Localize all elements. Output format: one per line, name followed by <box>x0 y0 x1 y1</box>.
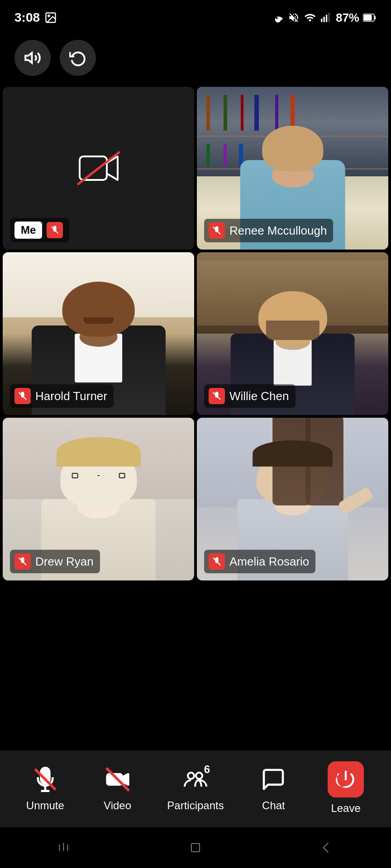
video-tile-willie: Willie Chen <box>197 252 388 415</box>
wifi-icon <box>303 12 317 24</box>
svg-marker-9 <box>25 53 32 63</box>
back-button[interactable] <box>317 839 335 857</box>
video-grid: Me <box>0 87 391 580</box>
svg-rect-8 <box>374 16 376 19</box>
android-nav-bar <box>0 827 391 868</box>
svg-rect-3 <box>323 17 324 22</box>
leave-button[interactable]: Leave <box>323 761 368 815</box>
video-tile-drew: Drew Ryan <box>3 418 194 580</box>
unmute-button[interactable]: Unmute <box>23 764 68 812</box>
speaker-button[interactable] <box>14 40 51 76</box>
key-icon <box>272 12 284 24</box>
video-button[interactable]: Video <box>95 764 140 812</box>
video-tile-renee: Renee Mccullough <box>197 87 388 250</box>
chat-button[interactable]: Chat <box>251 764 296 812</box>
svg-point-24 <box>196 773 202 779</box>
amelia-name-badge: Amelia Rosario <box>204 550 315 573</box>
chat-label: Chat <box>262 799 285 812</box>
signal-icon <box>320 12 332 24</box>
me-mute-icon <box>47 222 63 238</box>
drew-mute-icon <box>14 553 31 570</box>
status-icons: 87% <box>272 11 377 25</box>
svg-rect-28 <box>191 844 200 852</box>
me-name-badge: Me <box>10 218 69 242</box>
me-label: Me <box>14 222 42 239</box>
video-icon <box>102 764 133 795</box>
battery-text: 87% <box>336 11 359 25</box>
amelia-mute-icon <box>209 553 225 570</box>
unmute-icon <box>30 764 61 795</box>
chat-icon <box>258 764 289 795</box>
willie-name-badge: Willie Chen <box>204 384 296 408</box>
leave-label: Leave <box>331 802 360 815</box>
participants-label: Participants <box>167 799 224 812</box>
battery-icon <box>363 13 377 22</box>
leave-icon <box>328 761 364 797</box>
svg-point-23 <box>188 773 194 779</box>
participants-icon: 6 <box>180 764 211 795</box>
video-tile-harold: Harold Turner <box>3 252 194 415</box>
participants-count: 6 <box>204 763 210 776</box>
svg-rect-10 <box>80 156 107 180</box>
video-tile-amelia: Amelia Rosario <box>197 418 388 580</box>
status-time: 3:08 <box>14 10 40 25</box>
renee-name: Renee Mccullough <box>229 224 327 238</box>
svg-rect-2 <box>321 19 322 22</box>
willie-mute-icon <box>209 388 225 404</box>
gallery-icon <box>44 11 57 24</box>
harold-name: Harold Turner <box>35 389 107 403</box>
unmute-label: Unmute <box>26 799 64 812</box>
svg-point-1 <box>48 15 50 17</box>
home-button[interactable] <box>186 839 205 857</box>
recents-button[interactable] <box>56 839 74 857</box>
top-controls <box>0 32 391 84</box>
video-tile-me: Me <box>3 87 194 250</box>
willie-name: Willie Chen <box>229 389 289 403</box>
video-off-icon <box>76 150 121 186</box>
harold-name-badge: Harold Turner <box>10 384 114 408</box>
renee-name-badge: Renee Mccullough <box>204 219 333 242</box>
mute-phone-icon <box>288 12 300 24</box>
svg-rect-7 <box>364 15 372 21</box>
amelia-name: Amelia Rosario <box>229 555 309 569</box>
participants-button[interactable]: 6 Participants <box>167 764 224 812</box>
svg-rect-5 <box>328 13 329 22</box>
video-label: Video <box>104 799 131 812</box>
svg-rect-4 <box>326 15 327 22</box>
bottom-toolbar: Unmute Video 6 Participants <box>0 750 391 827</box>
renee-mute-icon <box>209 222 225 239</box>
drew-name: Drew Ryan <box>35 555 94 569</box>
rotate-button[interactable] <box>60 40 96 76</box>
harold-mute-icon <box>14 388 31 404</box>
status-bar: 3:08 87% <box>0 0 391 32</box>
drew-name-badge: Drew Ryan <box>10 550 100 573</box>
